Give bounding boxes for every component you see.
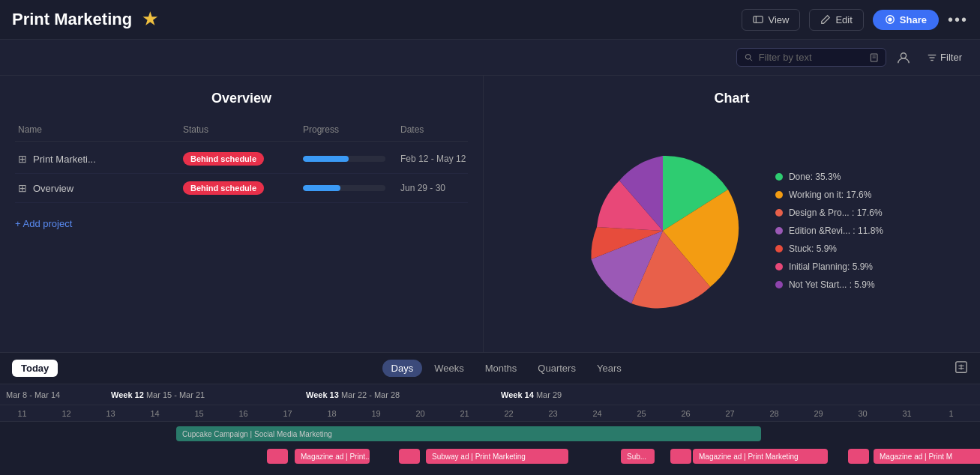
user-icon-button[interactable] <box>894 48 913 67</box>
overview-panel: Overview Name Status Progress Dates ⊞ Pr… <box>0 76 484 352</box>
legend-dot <box>775 245 783 252</box>
status-badge-1: Behind schedule <box>183 152 264 166</box>
day-label: 13 <box>88 409 133 418</box>
chart-title: Chart <box>502 91 962 106</box>
day-label: 1 <box>929 409 973 418</box>
gantt-section: Today DaysWeeksMonthsQuartersYears Mar 8… <box>0 353 980 475</box>
gantt-bar[interactable] <box>670 449 691 464</box>
table-header: Name Status Progress Dates <box>15 124 468 142</box>
gantt-bar[interactable]: Magazine ad | Print Marketing <box>693 449 828 464</box>
row-status-1: Behind schedule <box>183 152 303 166</box>
week-label-2: Week 13 Mar 22 - Mar 28 <box>300 390 495 399</box>
status-badge-2: Behind schedule <box>183 181 264 195</box>
save-icon <box>870 52 878 63</box>
period-tab-days[interactable]: Days <box>382 360 423 377</box>
user-icon <box>897 51 910 64</box>
chart-legend: Done: 35.3%Working on it: 17.6%Design & … <box>775 172 883 290</box>
day-label: 11 <box>0 409 44 418</box>
day-label: 24 <box>575 409 619 418</box>
share-icon <box>885 14 895 25</box>
row-dates-2: Jun 29 - 30 <box>400 183 490 193</box>
row-name-1: ⊞ Print Marketi... <box>18 153 183 165</box>
gantt-export-button[interactable] <box>955 360 968 377</box>
star-icon[interactable]: ★ <box>142 10 157 28</box>
day-label: 22 <box>487 409 531 418</box>
svg-point-2 <box>888 17 892 21</box>
edit-button[interactable]: Edit <box>809 9 863 31</box>
col-status: Status <box>183 124 303 135</box>
period-tab-months[interactable]: Months <box>476 360 526 377</box>
view-button[interactable]: View <box>742 9 800 31</box>
share-button[interactable]: Share <box>873 10 939 30</box>
day-label: 17 <box>265 409 310 418</box>
chart-body: Done: 35.3%Working on it: 17.6%Design & … <box>502 124 962 337</box>
progress-bar-2 <box>303 185 385 191</box>
legend-dot <box>775 173 783 181</box>
svg-line-5 <box>750 58 752 61</box>
legend-dot <box>775 281 783 288</box>
page-title: Print Marketing ★ <box>12 10 733 29</box>
legend-dot <box>775 209 783 217</box>
period-tabs: DaysWeeksMonthsQuartersYears <box>382 360 631 377</box>
legend-item: Edition &Revi... : 11.8% <box>775 226 883 236</box>
row-name-2: ⊞ Overview <box>18 182 183 194</box>
gantt-bar[interactable]: Subway ad | Print Marketing <box>426 449 568 464</box>
day-label: 23 <box>531 409 575 418</box>
svg-point-9 <box>901 52 907 58</box>
legend-dot <box>775 227 783 235</box>
gantt-week-header: Mar 8 - Mar 14 Week 12 Mar 15 - Mar 21 W… <box>0 384 980 405</box>
day-label: 26 <box>664 409 708 418</box>
pie-chart <box>580 148 745 313</box>
gantt-bar[interactable]: Sub... <box>621 449 655 464</box>
gantt-bars-row: Cupcake Campaign | Social Media Marketin… <box>0 422 980 475</box>
view-icon <box>753 14 763 25</box>
day-label: 16 <box>221 409 265 418</box>
period-tab-years[interactable]: Years <box>588 360 631 377</box>
chart-panel: Chart <box>484 76 980 352</box>
day-label: 20 <box>398 409 442 418</box>
more-button[interactable]: ••• <box>948 11 968 28</box>
today-button[interactable]: Today <box>12 360 58 377</box>
filter-input-wrap[interactable] <box>736 48 886 67</box>
row-status-2: Behind schedule <box>183 181 303 195</box>
day-label: 12 <box>44 409 88 418</box>
legend-dot <box>775 263 783 270</box>
gantt-day-labels: 1112131415161718192021222324252627282930… <box>0 405 980 422</box>
edit-icon <box>820 14 831 25</box>
period-tab-weeks[interactable]: Weeks <box>425 360 473 377</box>
day-label: 19 <box>354 409 398 418</box>
week-label-1: Week 12 Mar 15 - Mar 21 <box>105 390 300 399</box>
legend-item: Not Yet Start... : 5.9% <box>775 279 883 290</box>
legend-item: Design & Pro... : 17.6% <box>775 208 883 218</box>
toolbar: Filter <box>0 40 980 76</box>
progress-bar-1 <box>303 156 385 162</box>
gantt-bar[interactable] <box>848 449 869 464</box>
day-label: 15 <box>177 409 221 418</box>
row-name-text-1: Print Marketi... <box>33 154 96 165</box>
table-row: ⊞ Overview Behind schedule Jun 29 - 30 <box>15 174 468 203</box>
filter-icon <box>927 52 937 63</box>
gantt-bar[interactable] <box>267 449 288 464</box>
week-label-3: Week 14 Mar 29 <box>495 390 645 399</box>
day-label: 28 <box>752 409 796 418</box>
week-label-0: Mar 8 - Mar 14 <box>0 390 105 399</box>
gantt-bar[interactable] <box>399 449 420 464</box>
main-content: Overview Name Status Progress Dates ⊞ Pr… <box>0 76 980 353</box>
legend-item: Initial Planning: 5.9% <box>775 261 883 272</box>
filter-button[interactable]: Filter <box>921 49 968 66</box>
col-progress: Progress <box>303 124 400 135</box>
row-dates-1: Feb 12 - May 12 <box>400 154 490 164</box>
day-label: 29 <box>796 409 841 418</box>
row-progress-2 <box>303 185 400 191</box>
gantt-bar[interactable]: Cupcake Campaign | Social Media Marketin… <box>176 426 761 441</box>
doc-icon-2: ⊞ <box>18 182 27 194</box>
search-icon <box>745 52 753 62</box>
svg-point-4 <box>745 55 751 60</box>
add-project-button[interactable]: + Add project <box>15 215 72 232</box>
day-label: 21 <box>442 409 487 418</box>
search-input[interactable] <box>759 52 864 63</box>
gantt-bar[interactable]: Magazine ad | Print M <box>874 449 980 464</box>
row-progress-1 <box>303 156 400 162</box>
period-tab-quarters[interactable]: Quarters <box>529 360 585 377</box>
gantt-bar[interactable]: Magazine ad | Print... <box>295 449 370 464</box>
